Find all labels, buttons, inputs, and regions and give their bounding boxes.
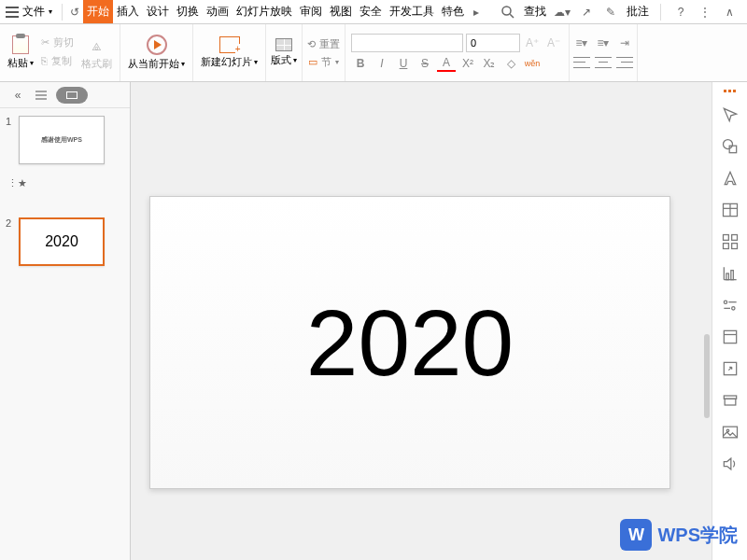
font-color-button[interactable]: A (437, 55, 456, 72)
search-label[interactable]: 查找 (524, 4, 546, 20)
side-dots-icon[interactable] (724, 90, 736, 92)
section-button[interactable]: ▭节▾ (306, 53, 341, 71)
new-slide-button[interactable]: 新建幻灯片▾ (199, 35, 260, 71)
collapse-icon[interactable]: ∧ (721, 4, 738, 21)
export-icon[interactable] (721, 359, 740, 378)
tab-slideshow[interactable]: 幻灯片放映 (233, 0, 296, 23)
text-icon[interactable] (721, 169, 740, 188)
decrease-font-button[interactable]: A⁻ (544, 35, 563, 51)
table-icon[interactable] (721, 201, 740, 219)
format-painter-button[interactable]: ⟁ 格式刷 (79, 34, 114, 73)
indent-button[interactable]: ⇥ (615, 35, 634, 51)
current-slide[interactable]: 2020 (149, 196, 670, 489)
chevron-down-icon: ▾ (30, 59, 34, 67)
annotate-icon[interactable]: ✎ (602, 4, 619, 21)
align-right-button[interactable] (615, 54, 634, 71)
bold-button[interactable]: B (351, 55, 370, 72)
animation-indicator[interactable]: ⋮★ (6, 177, 124, 189)
layout-button[interactable]: 版式▾ (269, 36, 299, 69)
file-label: 文件 (22, 4, 45, 20)
cloud-icon[interactable]: ☁▾ (554, 4, 571, 21)
overflow-icon[interactable]: ▸ (468, 4, 485, 21)
ribbon: 粘贴▾ ✂剪切 ⎘复制 ⟁ 格式刷 从当前开始▾ 新建幻灯片▾ 版式▾ (0, 24, 747, 82)
chevron-down-icon: ▾ (335, 58, 339, 66)
svg-rect-26 (725, 399, 736, 405)
view-toggle: « (0, 82, 130, 108)
numbering-button[interactable]: ≡▾ (594, 35, 613, 51)
superscript-button[interactable]: X² (458, 55, 477, 72)
svg-point-18 (724, 301, 726, 303)
template-icon[interactable] (721, 328, 740, 346)
copy-button[interactable]: ⎘复制 (39, 52, 76, 70)
tab-insert[interactable]: 插入 (113, 0, 143, 23)
tab-view[interactable]: 视图 (326, 0, 356, 23)
thumbnail-list: 1 感谢使用WPS ⋮★ 2 2020 (0, 108, 130, 287)
scissors-icon: ✂ (41, 36, 49, 49)
collapse-pane-icon[interactable]: « (9, 87, 26, 104)
slide-text[interactable]: 2020 (306, 289, 514, 397)
outline-view-button[interactable] (34, 89, 49, 102)
side-toolbar (712, 82, 747, 560)
image-icon[interactable] (721, 423, 740, 441)
thumbnail-1[interactable]: 1 感谢使用WPS (6, 116, 124, 164)
clear-format-button[interactable]: ◇ (501, 55, 520, 72)
tab-animation[interactable]: 动画 (203, 0, 233, 23)
paste-icon (12, 35, 29, 54)
align-left-button[interactable] (572, 54, 591, 71)
thumbnail-2[interactable]: 2 2020 (6, 217, 124, 266)
align-center-button[interactable] (594, 54, 613, 71)
settings-icon[interactable] (721, 296, 740, 315)
pinyin-button[interactable]: wěn (523, 55, 542, 72)
tab-featured[interactable]: 特色 (438, 0, 468, 23)
tab-security[interactable]: 安全 (356, 0, 386, 23)
archive-icon[interactable] (721, 391, 740, 410)
chevron-down-icon: ▾ (254, 58, 258, 66)
subscript-button[interactable]: X₂ (480, 55, 499, 72)
underline-button[interactable]: U (394, 55, 413, 72)
select-icon[interactable] (721, 105, 740, 124)
chevron-down-icon: ▾ (181, 60, 185, 68)
search-icon[interactable] (500, 4, 516, 21)
svg-rect-13 (731, 244, 737, 249)
paste-button[interactable]: 粘贴▾ (6, 34, 35, 72)
slide-canvas[interactable]: 2020 (131, 82, 712, 560)
strike-button[interactable]: S (416, 55, 434, 72)
share-icon[interactable]: ↗ (578, 4, 595, 21)
audio-icon[interactable] (721, 455, 740, 473)
cut-button[interactable]: ✂剪切 (39, 34, 76, 51)
svg-rect-11 (731, 235, 737, 241)
chart-icon[interactable] (721, 264, 740, 283)
paragraph-group: ≡▾ ≡▾ ⇥ (570, 24, 638, 81)
grid-icon[interactable] (721, 232, 740, 251)
increase-font-button[interactable]: A⁺ (523, 35, 542, 51)
reset-button[interactable]: ⟲重置 (305, 35, 342, 53)
menu-bar: 文件 ▾ ↺ 开始 插入 设计 切换 动画 幻灯片放映 审阅 视图 安全 开发工… (0, 0, 747, 24)
tab-developer[interactable]: 开发工具 (386, 0, 438, 23)
slide-thumb[interactable]: 2020 (19, 217, 105, 266)
help-icon[interactable]: ? (672, 4, 689, 21)
more-icon[interactable]: ⋮ (697, 4, 713, 21)
thumbnail-view-button[interactable] (56, 87, 88, 104)
tab-review[interactable]: 审阅 (296, 0, 326, 23)
svg-rect-6 (729, 146, 737, 153)
svg-rect-12 (723, 244, 728, 249)
slide-number: 2 (6, 217, 15, 229)
font-size-combo[interactable] (466, 34, 520, 52)
vertical-scrollbar[interactable] (704, 334, 710, 418)
tab-transition[interactable]: 切换 (173, 0, 203, 23)
hamburger-icon (6, 7, 19, 18)
bullets-button[interactable]: ≡▾ (572, 35, 591, 51)
slide-thumb[interactable]: 感谢使用WPS (19, 116, 105, 164)
shape-icon[interactable] (721, 137, 740, 156)
tab-start[interactable]: 开始 (83, 0, 113, 23)
annotate-label[interactable]: 批注 (627, 4, 649, 20)
tab-design[interactable]: 设计 (143, 0, 173, 23)
font-group: A⁺ A⁻ B I U S A X² X₂ ◇ wěn (345, 24, 570, 81)
history-icon[interactable]: ↺ (66, 4, 83, 21)
italic-button[interactable]: I (373, 55, 391, 72)
layout-group: 版式▾ (266, 24, 303, 81)
file-menu[interactable]: 文件 ▾ (0, 4, 58, 20)
font-name-combo[interactable] (351, 34, 463, 52)
play-from-current-button[interactable]: 从当前开始▾ (126, 33, 187, 73)
clipboard-group: 粘贴▾ ✂剪切 ⎘复制 ⟁ 格式刷 (0, 24, 120, 81)
